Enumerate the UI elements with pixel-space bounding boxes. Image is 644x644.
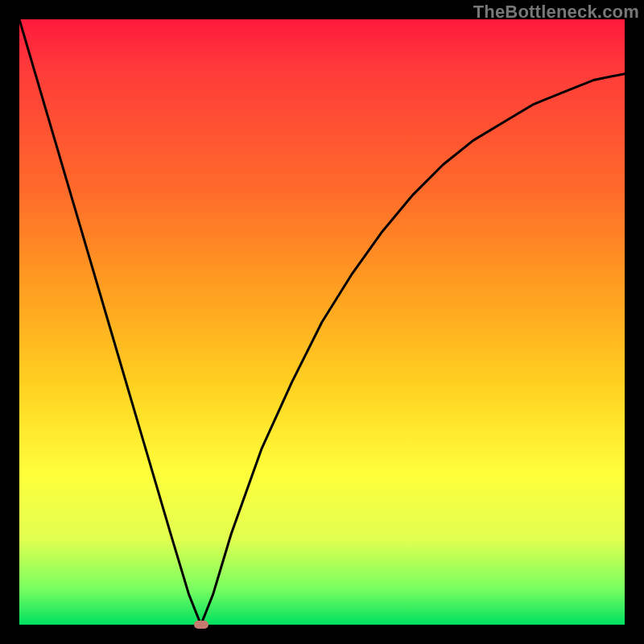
minimum-marker [194,621,208,629]
plot-area [19,19,625,625]
bottleneck-curve [19,19,625,625]
